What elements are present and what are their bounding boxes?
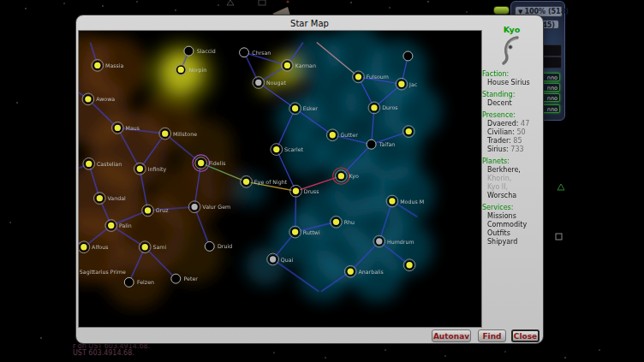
planets-label: Planets: <box>482 158 541 165</box>
map-system-label: Druid <box>218 243 232 249</box>
planet-item: Worscha <box>487 193 541 199</box>
map-system-label: Druss <box>304 188 319 194</box>
star-map-canvas[interactable]: MassiaSlaccidNorpinChrsanKarmanNougatFul… <box>78 30 482 328</box>
services-label: Services: <box>482 205 541 211</box>
map-system-label: Karman <box>295 62 316 68</box>
message-log: r on UST 603.4914.68. UST 603.4914.68. <box>73 343 150 357</box>
map-system-label: Ruttwi <box>303 229 320 235</box>
house-sirius-logo-icon <box>498 35 527 66</box>
map-system-label: Vandal <box>108 195 126 201</box>
service-item: Shipyard <box>487 239 541 246</box>
map-system-label: Esker <box>303 105 319 111</box>
weapon-slot-empty <box>541 56 562 68</box>
map-system-label: Eye of Night <box>254 179 288 186</box>
map-system-label: Nougat <box>266 80 286 86</box>
system-info-panel: Kyo Faction: House Sirius Standing: Dece… <box>482 26 541 327</box>
services-list: MissionsCommodityOutfitsShipyard <box>482 213 541 246</box>
map-system-unnamed[interactable] <box>402 126 414 138</box>
close-button[interactable]: Close <box>511 329 540 342</box>
hud-green-pill <box>493 6 510 15</box>
map-system-label: Rhu <box>344 219 355 225</box>
map-system-label: Felzen <box>137 279 154 285</box>
selected-system-name: Kyo <box>482 26 541 34</box>
presence-item: Civilian: 50 <box>487 129 541 136</box>
window-title: Star Map <box>76 19 543 28</box>
overlay-square-icon <box>556 234 562 240</box>
map-system-label: Anarbalis <box>358 269 383 275</box>
map-system-label: Slaccid <box>197 48 216 54</box>
presence-item: Dvaered: 47 <box>487 121 541 128</box>
planet-item: Khorin, <box>487 175 541 182</box>
map-system-label: Chrsan <box>252 50 271 56</box>
overlay-triangle-icon <box>558 184 564 190</box>
map-system-label: Castelian <box>97 161 122 167</box>
presence-list: Dvaered: 47Civilian: 50Trader: 85Sirius:… <box>482 121 541 153</box>
map-system-label: Taifan <box>379 141 395 147</box>
starmap-svg[interactable]: MassiaSlaccidNorpinChrsanKarmanNougatFul… <box>79 31 481 327</box>
autonav-button[interactable]: Autonav <box>432 329 471 342</box>
map-system-label: Fulsoum <box>367 74 389 80</box>
map-system-label: Sami <box>152 244 166 250</box>
map-system-label: Maus <box>126 125 140 131</box>
map-system-unnamed[interactable] <box>403 259 415 271</box>
map-system-label: Norpin <box>188 67 206 74</box>
standing-label: Standing: <box>482 92 541 98</box>
map-system-label: Modus M <box>400 199 424 205</box>
map-system-label: Massia <box>105 62 124 68</box>
service-item: Outfits <box>487 230 541 237</box>
planet-item: Berkhere, <box>487 167 541 174</box>
planet-item: Kyo II, <box>487 184 541 191</box>
star-map-window: Star Map MassiaSlaccidNorpinChrsanKarman… <box>75 15 544 344</box>
map-system-label: Valur Gem <box>202 204 230 210</box>
service-item: Missions <box>487 213 541 220</box>
find-button[interactable]: Find <box>478 329 506 342</box>
hostile-dot-icon <box>286 0 289 3</box>
map-system-label: Duros <box>382 104 397 110</box>
map-system-label: Sagittarius Prime <box>80 269 126 276</box>
service-item: Commodity <box>487 222 541 228</box>
map-system-label: Awowa <box>96 96 115 102</box>
weapon-slot-empty <box>541 45 562 56</box>
presence-item: Trader: 85 <box>487 138 541 145</box>
target-triangle-icon <box>227 0 234 5</box>
presence-item: Sirius: 733 <box>487 146 541 153</box>
map-system-label: Millstone <box>173 131 197 137</box>
map-system-label: Palin <box>119 223 132 228</box>
standing-value: Decent <box>487 100 541 107</box>
presence-label: Presence: <box>482 112 541 119</box>
map-system-label: Quai <box>281 257 294 263</box>
map-system-unnamed[interactable] <box>403 51 413 61</box>
map-system-label: Humdrum <box>387 239 414 245</box>
map-system-label: Scarlet <box>284 146 303 152</box>
message-line: UST 603.4914.68. <box>73 350 150 357</box>
target-square-icon <box>259 0 265 5</box>
faction-label: Faction: <box>482 71 541 78</box>
map-system-label: Jac <box>408 81 418 88</box>
planets-list: Berkhere,Khorin,Kyo II,Worscha <box>482 167 541 199</box>
map-system-label: Kyo <box>349 173 359 180</box>
map-system-label: Gutter <box>341 132 359 138</box>
map-system-label: Fidelis <box>209 160 226 166</box>
map-system-label: Infinity <box>148 166 167 173</box>
map-system-label: Gruz <box>156 207 169 213</box>
map-system-label: Peter <box>184 276 199 282</box>
map-system-label: Alfous <box>92 244 108 250</box>
faction-value: House Sirius <box>487 80 541 86</box>
